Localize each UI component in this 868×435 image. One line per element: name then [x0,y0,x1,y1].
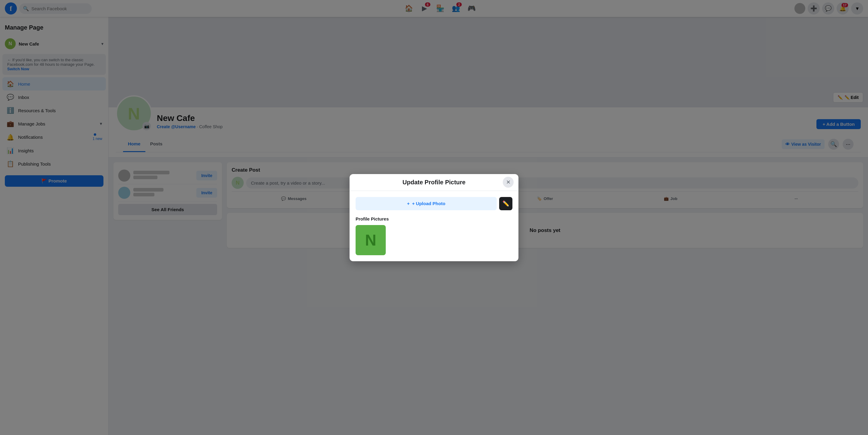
upload-label: + Upload Photo [412,201,445,206]
modal-body: + + Upload Photo ✏️ Profile Pictures N [349,191,519,261]
upload-row: + + Upload Photo ✏️ [355,197,513,210]
modal-header: Update Profile Picture ✕ [349,174,519,191]
profile-pic-grid: N [355,225,513,255]
plus-icon: + [407,201,409,206]
modal-title: Update Profile Picture [403,179,466,186]
pencil-icon: ✏️ [502,200,509,207]
profile-pic-item-1[interactable]: N [355,225,386,255]
profile-pictures-label: Profile Pictures [355,216,513,221]
update-profile-picture-modal: Update Profile Picture ✕ + + Upload Phot… [349,174,519,261]
modal-close-button[interactable]: ✕ [503,177,514,188]
modal-overlay[interactable]: Update Profile Picture ✕ + + Upload Phot… [0,0,868,435]
upload-photo-button[interactable]: + + Upload Photo [355,197,497,210]
edit-photo-button[interactable]: ✏️ [499,197,513,210]
pic-letter: N [365,231,376,249]
